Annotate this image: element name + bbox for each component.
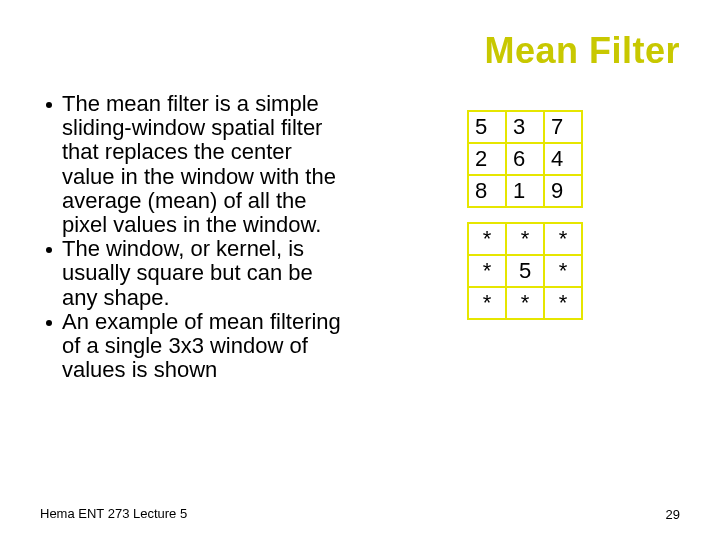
content-row: The mean filter is a simple sliding-wind… bbox=[40, 92, 680, 382]
output-grid: * * * * 5 * * * * bbox=[467, 222, 583, 320]
bullet-text: The mean filter is a simple sliding-wind… bbox=[62, 92, 350, 237]
cell: 4 bbox=[544, 143, 582, 175]
cell: * bbox=[468, 255, 506, 287]
slide: Mean Filter The mean filter is a simple … bbox=[0, 0, 720, 540]
cell: * bbox=[544, 223, 582, 255]
bullet-dot-icon bbox=[46, 102, 52, 108]
input-grid: 5 3 7 2 6 4 8 1 9 bbox=[467, 110, 583, 208]
bullet-text: The window, or kernel, is usually square… bbox=[62, 237, 350, 310]
table-row: * * * bbox=[468, 287, 582, 319]
bullet-item: An example of mean filtering of a single… bbox=[40, 310, 350, 383]
bullet-text: An example of mean filtering of a single… bbox=[62, 310, 350, 383]
page-number: 29 bbox=[666, 507, 680, 522]
bullet-item: The window, or kernel, is usually square… bbox=[40, 237, 350, 310]
cell: * bbox=[506, 287, 544, 319]
cell: 3 bbox=[506, 111, 544, 143]
cell: 6 bbox=[506, 143, 544, 175]
slide-title: Mean Filter bbox=[40, 30, 680, 72]
cell: * bbox=[544, 255, 582, 287]
bullet-dot-icon bbox=[46, 247, 52, 253]
cell: 9 bbox=[544, 175, 582, 207]
bullet-dot-icon bbox=[46, 320, 52, 326]
cell: 1 bbox=[506, 175, 544, 207]
cell: * bbox=[506, 223, 544, 255]
cell: 7 bbox=[544, 111, 582, 143]
cell: * bbox=[468, 223, 506, 255]
table-row: * * * bbox=[468, 223, 582, 255]
cell: 2 bbox=[468, 143, 506, 175]
table-row: * 5 * bbox=[468, 255, 582, 287]
cell: * bbox=[544, 287, 582, 319]
bullet-item: The mean filter is a simple sliding-wind… bbox=[40, 92, 350, 237]
cell: 5 bbox=[468, 111, 506, 143]
table-row: 5 3 7 bbox=[468, 111, 582, 143]
table-row: 8 1 9 bbox=[468, 175, 582, 207]
cell: 8 bbox=[468, 175, 506, 207]
footer-text: Hema ENT 273 Lecture 5 bbox=[40, 506, 187, 522]
cell: * bbox=[468, 287, 506, 319]
grids-column: 5 3 7 2 6 4 8 1 9 * * bbox=[370, 92, 680, 382]
table-row: 2 6 4 bbox=[468, 143, 582, 175]
bullet-column: The mean filter is a simple sliding-wind… bbox=[40, 92, 370, 382]
cell: 5 bbox=[506, 255, 544, 287]
bullet-list: The mean filter is a simple sliding-wind… bbox=[40, 92, 350, 382]
